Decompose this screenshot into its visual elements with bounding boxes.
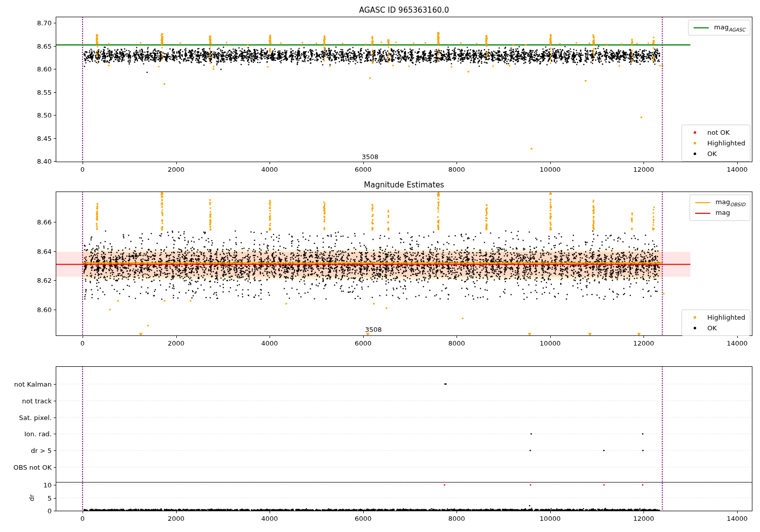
x-tick-label: 8000: [448, 166, 465, 173]
y-category-label: OBS not OK: [0, 464, 52, 471]
red-line-swatch: [695, 213, 711, 214]
y-tick-label: 8.64: [0, 248, 52, 255]
y-tick-label: 8.65: [0, 43, 52, 50]
y-category-label: Ion. rad.: [0, 430, 52, 438]
x-tick-label: 8000: [448, 339, 465, 347]
black-dot-swatch: [687, 153, 703, 155]
x-tick-label: 14000: [727, 166, 747, 173]
legend-item-highlighted: Highlighted: [687, 138, 745, 148]
subplot1-annotation: 3508: [362, 153, 378, 161]
orange-line-swatch: [695, 202, 711, 203]
x-tick-label: 0: [81, 166, 85, 173]
y-tick-label: 8.66: [0, 218, 52, 226]
legend-item-mag-obsid: magOBSID: [695, 197, 745, 208]
y-tick-label: 10: [0, 481, 52, 489]
y-tick-label: 0: [0, 507, 52, 515]
legend-item-ok: OK: [687, 148, 745, 159]
y-tick-label: 8.45: [0, 135, 52, 142]
legend-label: Highlighted: [707, 314, 745, 321]
legend-item-mag-agasc: magAGASC: [693, 22, 745, 33]
x-tick-label: 0: [81, 339, 85, 347]
x-tick-label: 10000: [540, 166, 560, 173]
x-tick-label: 12000: [633, 339, 654, 347]
legend-item-not-ok: not OK: [687, 127, 745, 138]
x-tick-label: 12000: [633, 166, 654, 173]
x-tick-label: 10000: [540, 515, 560, 522]
legend-label: mag: [715, 209, 730, 218]
legend-marker-types-middle: Highlighted OK: [681, 310, 750, 336]
legend-item-highlighted: Highlighted: [687, 312, 745, 323]
orange-dot-swatch: [687, 316, 703, 319]
x-tick-label: 2000: [168, 515, 184, 522]
orange-dot-swatch: [687, 142, 703, 144]
legend-label: Highlighted: [707, 139, 745, 147]
y-tick-label: 8.55: [0, 89, 52, 96]
x-tick-label: 0: [81, 515, 85, 522]
x-tick-label: 2000: [168, 339, 184, 347]
subplot2-title: Magnitude Estimates: [56, 180, 752, 189]
legend-label: magAGASC: [714, 23, 745, 32]
green-line-swatch: [693, 27, 709, 28]
legend-mag-lines: magOBSID mag: [690, 195, 750, 221]
y-tick-label: 5: [0, 495, 52, 502]
legend-label: OK: [707, 324, 717, 332]
legend-item-ok: OK: [687, 323, 745, 333]
subplot2-annotation: 3508: [365, 326, 382, 333]
plots-canvas: [0, 0, 760, 532]
x-tick-label: 6000: [355, 166, 371, 173]
legend-label: not OK: [707, 129, 730, 136]
subplot1-title: AGASC ID 965363160.0: [56, 6, 752, 15]
legend-label: OK: [707, 150, 717, 158]
y-tick-label: 8.60: [0, 65, 52, 73]
x-tick-label: 14000: [727, 515, 747, 522]
red-dot-swatch: [687, 131, 703, 134]
x-tick-label: 8000: [448, 515, 465, 522]
y-category-label: not track: [0, 397, 52, 405]
y-tick-label: 8.50: [0, 111, 52, 119]
legend-marker-types-top: not OK Highlighted OK: [681, 125, 750, 162]
x-tick-label: 12000: [633, 515, 654, 522]
x-tick-label: 14000: [727, 339, 747, 347]
y-category-label: dr > 5: [0, 447, 52, 454]
y-tick-label: 8.62: [0, 277, 52, 284]
x-tick-label: 4000: [261, 515, 278, 522]
y-tick-label: 8.70: [0, 19, 52, 27]
x-tick-label: 2000: [168, 166, 184, 173]
y-category-label: not Kalman: [0, 381, 52, 388]
x-tick-label: 10000: [540, 339, 560, 347]
figure: AGASC ID 965363160.0 Magnitude Estimates…: [0, 0, 760, 532]
x-tick-label: 4000: [261, 166, 278, 173]
y-tick-label: 8.40: [0, 158, 52, 165]
legend-mag-agasc: magAGASC: [688, 20, 750, 35]
legend-item-mag: mag: [695, 208, 745, 218]
black-dot-swatch: [687, 327, 703, 329]
y-tick-label: 8.60: [0, 306, 52, 314]
legend-label: magOBSID: [715, 198, 745, 207]
x-tick-label: 6000: [355, 339, 371, 347]
x-tick-label: 4000: [261, 339, 278, 347]
y-category-label: Sat. pixel.: [0, 414, 52, 422]
x-tick-label: 6000: [355, 515, 371, 522]
